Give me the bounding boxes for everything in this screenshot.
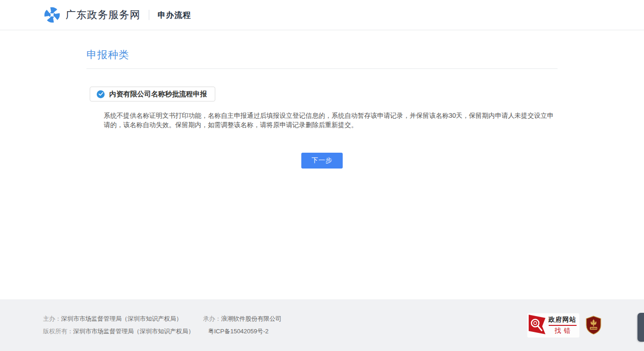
icp-number-link[interactable]: 粤ICP备15042059号-2 [208, 327, 269, 336]
find-error-line1: 政府网站 [549, 316, 577, 326]
undertaker-value: 浪潮软件股份有限公司 [221, 315, 282, 323]
host-value: 深圳市市场监督管理局（深圳市知识产权局） [61, 315, 182, 323]
find-error-text: 政府网站 找错 [549, 316, 577, 335]
security-shield-badge[interactable] [586, 316, 601, 335]
declaration-description: 系统不提供名称证明文书打印功能，名称自主申报通过后填报设立登记信息的，系统自动暂… [104, 111, 558, 129]
footer: 主办： 深圳市市场监督管理局（深圳市知识产权局） 承办： 浪潮软件股份有限公司 … [0, 299, 644, 351]
copyright-label: 版权所有： [43, 327, 73, 336]
gov-site-find-error-badge[interactable]: 政府网站 找错 [527, 313, 579, 338]
header: 广东政务服务网 申办流程 [0, 0, 644, 30]
host-label: 主办： [43, 315, 61, 323]
footer-badges: 政府网站 找错 [527, 313, 601, 338]
footer-row-host: 主办： 深圳市市场监督管理局（深圳市知识产权局） 承办： 浪潮软件股份有限公司 [43, 315, 282, 323]
declaration-type-label: 内资有限公司名称秒批流程申报 [109, 90, 207, 99]
undertaker-label: 承办： [203, 315, 221, 323]
page-title: 申办流程 [158, 10, 191, 20]
side-panel-handle[interactable] [637, 313, 644, 342]
check-circle-icon [97, 90, 105, 98]
next-step-button[interactable]: 下一步 [301, 153, 343, 169]
section-title: 申报种类 [86, 48, 558, 69]
magnifier-flag-icon [528, 314, 546, 337]
find-error-line2: 找错 [552, 327, 573, 335]
declaration-type-option[interactable]: 内资有限公司名称秒批流程申报 [90, 87, 215, 101]
footer-info: 主办： 深圳市市场监督管理局（深圳市知识产权局） 承办： 浪潮软件股份有限公司 … [43, 310, 282, 340]
site-logo-pinwheel-icon [44, 7, 60, 23]
copyright-value: 深圳市市场监督管理局（深圳市知识产权局） [73, 327, 194, 336]
main-content: 申报种类 内资有限公司名称秒批流程申报 系统不提供名称证明文书打印功能，名称自主… [0, 30, 644, 299]
footer-row-copyright: 版权所有： 深圳市市场监督管理局（深圳市知识产权局） 粤ICP备15042059… [43, 327, 282, 336]
header-divider [149, 10, 149, 20]
site-name[interactable]: 广东政务服务网 [66, 8, 140, 22]
